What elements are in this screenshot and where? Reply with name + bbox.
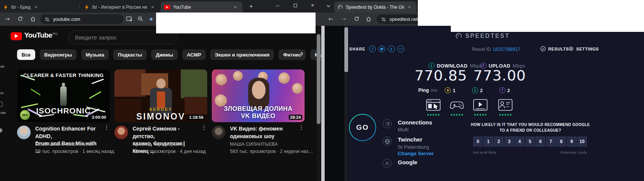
chip-asmr[interactable]: АСМР (182, 49, 206, 60)
share-label: SHARE (349, 47, 366, 51)
share-facebook-icon[interactable]: f (388, 46, 395, 52)
home-icon (30, 16, 36, 22)
home-button[interactable] (364, 15, 373, 23)
chip-music[interactable]: Музыка (81, 49, 109, 60)
address-bar[interactable]: youtube.com (40, 14, 123, 24)
tab-title: /b/ - Бред (11, 5, 31, 10)
connections-icon (383, 119, 392, 128)
result-id-value[interactable]: 18157388917 (492, 47, 520, 52)
window-edge (321, 26, 325, 181)
rating-high-label: Extremely Likely (473, 150, 587, 154)
magnifier-icon (138, 16, 143, 22)
tab-b-bred[interactable]: /b/ - Бред × (0, 2, 77, 13)
chip-all[interactable]: Все (17, 49, 35, 60)
tab-search-button[interactable] (326, 4, 331, 8)
bookmark-star-icon[interactable]: ★ (147, 15, 155, 23)
ping-idle-icon (445, 87, 451, 93)
rating-6[interactable]: 6 (536, 137, 545, 146)
youtube-region-label: RU (53, 32, 58, 36)
chip-action[interactable]: Экшен и приключения (210, 49, 274, 60)
connections-value[interactable]: Multi (398, 127, 409, 132)
minimize-button[interactable]: – (272, 0, 283, 11)
server-name[interactable]: Twincher (398, 136, 422, 143)
rating-2[interactable]: 2 (494, 137, 503, 146)
video-menu-button[interactable]: ⋮ (104, 126, 108, 129)
isp-name[interactable]: Google (398, 159, 417, 165)
rating-8[interactable]: 8 (556, 137, 566, 146)
gaming-activity-icon (449, 99, 464, 112)
rating-5[interactable]: 5 (525, 137, 535, 146)
channel-name[interactable]: Арнольд Черногорский (133, 142, 183, 147)
tab-b-internet[interactable]: /b/ - Интернет в России неиз × (81, 2, 158, 13)
video-meta: 70 тыс. просмотров · 4 дня назад (133, 149, 206, 154)
tab-close-icon[interactable]: × (151, 4, 154, 10)
rating-dots (498, 114, 513, 116)
install-app-button[interactable] (125, 15, 133, 23)
rating-1[interactable]: 1 (484, 137, 493, 146)
maximize-button[interactable] (289, 0, 301, 11)
chips-scroll-right-icon[interactable]: › (300, 49, 303, 58)
chip-jams[interactable]: Джемы (151, 49, 178, 60)
home-button[interactable] (29, 15, 37, 23)
reload-button[interactable] (16, 15, 24, 23)
video-menu-button[interactable]: ⋮ (299, 126, 302, 129)
video-thumbnail[interactable]: ЗЛОВЕЩАЯ ДОЛИНА VK ВИДЕО 28:24 (212, 69, 305, 122)
channel-avatar[interactable] (114, 126, 128, 139)
rating-0[interactable]: 0 (473, 137, 483, 146)
video-thumbnail[interactable]: CLEARER & FASTER THINKING ISOCHRONIC MA … (17, 69, 110, 122)
tab-speedtest[interactable]: Speedtest by Ookla - The Glob × (334, 2, 417, 13)
scrollbar[interactable] (317, 27, 320, 181)
search-placeholder: Введите запрос (75, 34, 117, 41)
tab-title: YouTube (173, 5, 230, 10)
forward-button[interactable]: → (3, 15, 11, 23)
channel-avatar[interactable] (17, 126, 31, 139)
video-menu-button[interactable]: ⋮ (201, 126, 205, 129)
new-tab-button[interactable]: + (247, 2, 255, 11)
youtube-logo-icon[interactable] (11, 32, 22, 40)
reload-icon (354, 16, 360, 22)
settings-button[interactable]: SETTINGS (568, 46, 599, 52)
share-link-icon[interactable] (369, 46, 376, 52)
chip-videogames[interactable]: Видеоигры (40, 49, 77, 60)
go-button[interactable]: GO (349, 114, 376, 141)
channel-name[interactable]: МАША СИЛАНТЬЕВА (230, 142, 278, 147)
share-controls: SHARE f (349, 46, 404, 52)
youtube-logo-text[interactable]: YouTube (24, 31, 52, 39)
thumbnail-figure (60, 86, 67, 106)
tab-close-icon[interactable]: × (408, 4, 411, 10)
chip-podcasts[interactable]: Подкасты (113, 49, 147, 60)
ping-download-metric: ↓ 2 (472, 87, 483, 93)
rating-3[interactable]: 3 (505, 137, 514, 146)
tab-separator (79, 4, 80, 9)
brand-text: SPEEDTEST (465, 33, 510, 39)
reload-button[interactable] (352, 15, 361, 23)
back-button[interactable]: ← (327, 15, 335, 23)
category-chips: Все Видеоигры Музыка Подкасты Джемы АСМР… (17, 49, 321, 60)
rating-10[interactable]: 10 (577, 137, 587, 146)
channel-avatar[interactable] (212, 126, 225, 139)
rating-4[interactable]: 4 (515, 137, 524, 146)
speedtest-logo: SPEEDTEST (321, 33, 644, 39)
close-window-button[interactable]: × (307, 0, 318, 11)
tab-close-icon[interactable]: × (34, 4, 38, 10)
zoom-button[interactable] (136, 15, 144, 23)
tab-title: /b/ - Интернет в России неиз (92, 5, 147, 10)
tab-title: Speedtest by Ookla - The Glob (346, 5, 404, 10)
rating-9[interactable]: 9 (567, 137, 577, 146)
tab-youtube[interactable]: YouTube × (161, 2, 242, 13)
forward-button[interactable]: → (339, 15, 348, 23)
video-meta: 59 тыс. просмотров · 1 месяц назад (35, 149, 114, 154)
youtube-page: ая кз ски YouTube RU Введите запрос Все … (0, 26, 321, 181)
chevron-down-icon (326, 4, 331, 8)
rating-7[interactable]: 7 (546, 137, 556, 146)
scrollbar-thumb[interactable] (317, 34, 320, 124)
video-title[interactable]: VK Видео: феноменодинаковых шоу (230, 125, 297, 140)
channel-name[interactable]: Jason Lewis - Mind Amend✓ (35, 142, 96, 147)
speedtest-page: SPEEDTEST SHARE f Result ID 18157388917 (321, 26, 644, 181)
share-more-icon[interactable] (397, 46, 404, 52)
share-twitter-icon[interactable] (378, 46, 385, 52)
results-button[interactable]: RESULTS (540, 46, 569, 52)
tab-close-icon[interactable]: × (234, 4, 237, 10)
change-server-link[interactable]: Change Server (398, 151, 434, 156)
video-thumbnail[interactable]: SERGEY SIMONOV 1:18:56 (114, 69, 207, 122)
